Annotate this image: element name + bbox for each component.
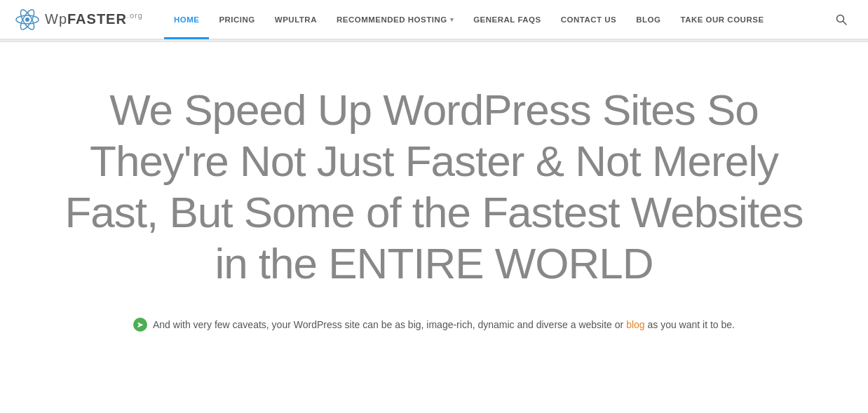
logo-wp: Wp: [45, 11, 67, 27]
hero-heading: We Speed Up WordPress Sites So They're N…: [48, 84, 820, 290]
nav-item-wpultra[interactable]: WPULTRA: [265, 0, 327, 39]
subtext-blog-link[interactable]: blog: [626, 319, 644, 330]
logo-org: .org: [127, 11, 143, 20]
nav-item-take-our-course[interactable]: TAKE OUR COURSE: [670, 0, 773, 39]
search-icon: [836, 14, 847, 25]
main-nav: HOME PRICING WPULTRA RECOMMENDED HOSTING…: [164, 0, 829, 39]
nav-item-blog[interactable]: BLOG: [626, 0, 670, 39]
circle-arrow-icon: ➤: [133, 318, 147, 332]
site-header: WpFASTER.org HOME PRICING WPULTRA RECOMM…: [0, 0, 868, 39]
hero-subtext: ➤ And with very few caveats, your WordPr…: [14, 318, 854, 332]
subtext-paragraph: And with very few caveats, your WordPres…: [153, 318, 735, 332]
logo-icon: [14, 6, 41, 33]
subtext-prefix: And with very few caveats, your WordPres…: [153, 319, 623, 330]
nav-item-recommended-hosting[interactable]: RECOMMENDED HOSTING ▾: [327, 0, 463, 39]
svg-point-0: [25, 18, 29, 22]
dropdown-arrow-icon: ▾: [450, 16, 454, 23]
nav-item-general-faqs[interactable]: GENERAL FAQS: [463, 0, 551, 39]
nav-item-contact-us[interactable]: CONTACT US: [551, 0, 627, 39]
search-button[interactable]: [829, 7, 854, 32]
nav-item-pricing[interactable]: PRICING: [209, 0, 264, 39]
main-content: We Speed Up WordPress Sites So They're N…: [0, 42, 868, 360]
nav-item-home[interactable]: HOME: [164, 0, 210, 39]
logo-faster: FASTER: [67, 11, 127, 27]
logo-text-group: WpFASTER.org: [45, 11, 143, 27]
subtext-suffix: as you want it to be.: [647, 319, 735, 330]
site-logo[interactable]: WpFASTER.org: [14, 6, 143, 33]
svg-line-5: [843, 21, 847, 25]
